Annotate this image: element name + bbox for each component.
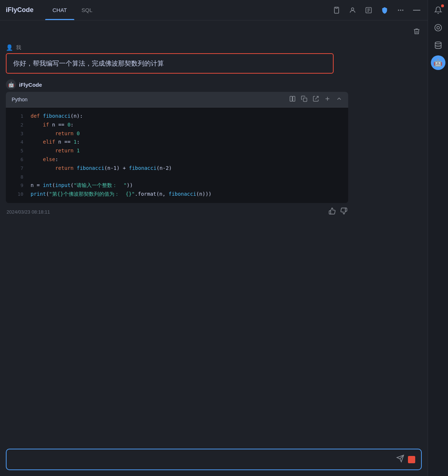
input-area bbox=[0, 443, 428, 476]
user-section: 👤 我 你好，帮我编写一个算法，完成佛波那契数列的计算 bbox=[6, 44, 422, 74]
code-line: 10 print("第{}个佛波那契数列的值为： {}".format(n, f… bbox=[6, 190, 348, 199]
chat-area: 👤 我 你好，帮我编写一个算法，完成佛波那契数列的计算 🤖 iFlyCode P… bbox=[0, 20, 428, 443]
user-icon[interactable] bbox=[347, 5, 358, 15]
bot-section: 🤖 iFlyCode Python bbox=[6, 79, 422, 219]
thumbsup-icon[interactable] bbox=[329, 207, 336, 216]
code-line: 4 elif n == 1: bbox=[6, 138, 348, 147]
stop-button[interactable] bbox=[408, 456, 415, 463]
bell-icon[interactable] bbox=[431, 3, 445, 17]
bot-footer: 2024/03/23 08:18:11 bbox=[6, 205, 348, 219]
svg-rect-7 bbox=[290, 96, 292, 101]
svg-point-5 bbox=[402, 9, 403, 11]
tab-chat[interactable]: CHAT bbox=[45, 0, 74, 20]
code-line: 7 return fibonacci(n-1) + fibonacci(n-2) bbox=[6, 164, 348, 173]
more-icon[interactable] bbox=[396, 5, 406, 15]
bot-icon[interactable]: 🤖 bbox=[431, 55, 445, 70]
user-header: 👤 我 bbox=[6, 44, 422, 51]
minimize-icon[interactable] bbox=[412, 5, 422, 15]
svg-point-15 bbox=[435, 42, 441, 44]
code-line: 2 if n == 0: bbox=[6, 121, 348, 129]
swirl-icon[interactable] bbox=[431, 20, 445, 35]
svg-rect-9 bbox=[303, 98, 307, 102]
shield-icon[interactable] bbox=[380, 5, 390, 15]
database-icon[interactable] bbox=[431, 38, 445, 52]
code-lang: Python bbox=[12, 97, 28, 102]
code-body: 1 def fibonacci(n): 2 if n == 0: 3 retur… bbox=[6, 108, 348, 203]
export-icon[interactable] bbox=[313, 95, 319, 104]
copy-icon[interactable] bbox=[301, 95, 307, 104]
feedback-icons bbox=[329, 207, 347, 216]
clipboard-icon[interactable] bbox=[331, 5, 342, 15]
user-message: 你好，帮我编写一个算法，完成佛波那契数列的计算 bbox=[6, 53, 334, 74]
chat-input[interactable] bbox=[12, 456, 393, 463]
code-line: 5 return 1 bbox=[6, 147, 348, 155]
svg-point-3 bbox=[398, 9, 399, 11]
user-avatar-icon: 👤 bbox=[6, 44, 13, 51]
code-line: 9 n = int(input("请输入一个整数： ")) bbox=[6, 181, 348, 190]
right-sidebar: 🤖 bbox=[428, 0, 448, 476]
bot-name: iFlyCode bbox=[19, 82, 42, 88]
topnav: iFlyCode CHAT SQL bbox=[0, 0, 428, 20]
app-logo[interactable]: iFlyCode bbox=[6, 6, 34, 14]
code-line: 6 else: bbox=[6, 155, 348, 164]
thumbsdown-icon[interactable] bbox=[340, 207, 347, 216]
trash-icon[interactable] bbox=[412, 26, 422, 38]
code-block: Python bbox=[6, 92, 348, 203]
nav-tabs: CHAT SQL bbox=[45, 0, 100, 20]
input-box bbox=[6, 449, 422, 470]
user-label: 我 bbox=[16, 44, 21, 51]
code-header: Python bbox=[6, 92, 348, 108]
svg-rect-8 bbox=[293, 96, 295, 101]
code-actions bbox=[289, 95, 342, 104]
svg-point-1 bbox=[351, 8, 354, 10]
bot-avatar: 🤖 bbox=[6, 79, 16, 90]
code-line: 3 return 0 bbox=[6, 129, 348, 138]
timestamp: 2024/03/23 08:18:11 bbox=[7, 209, 50, 215]
bot-header: 🤖 iFlyCode bbox=[6, 79, 422, 90]
nav-icons bbox=[331, 5, 422, 15]
bell-notification-dot bbox=[441, 4, 444, 7]
add-icon[interactable] bbox=[324, 95, 331, 104]
svg-rect-0 bbox=[336, 7, 338, 8]
svg-point-4 bbox=[400, 9, 401, 11]
send-icon[interactable] bbox=[396, 454, 404, 464]
collapse-icon[interactable] bbox=[336, 95, 342, 104]
note-icon[interactable] bbox=[363, 5, 374, 15]
svg-line-10 bbox=[315, 96, 318, 99]
code-line: 8 bbox=[6, 173, 348, 182]
chat-top-bar bbox=[6, 26, 422, 38]
code-line: 1 def fibonacci(n): bbox=[6, 112, 348, 121]
tab-sql[interactable]: SQL bbox=[74, 0, 100, 20]
split-icon[interactable] bbox=[289, 95, 296, 104]
